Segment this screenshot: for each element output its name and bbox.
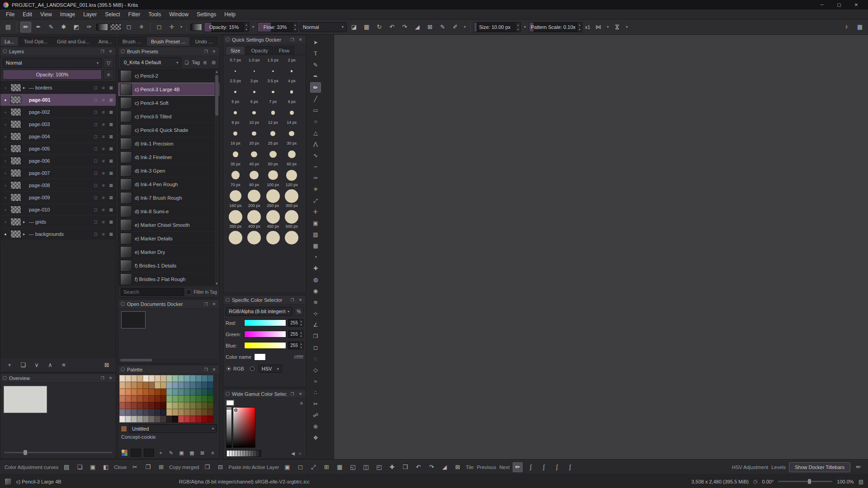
line-tool[interactable]: ╱ (310, 94, 321, 104)
palette-swatch[interactable] (184, 402, 190, 409)
layer-lock-icon[interactable]: ◻ (93, 134, 99, 139)
visibility-toggle[interactable]: ● (2, 159, 9, 163)
palette-swatch[interactable] (137, 389, 143, 395)
ellipse-tool[interactable]: ○ (310, 116, 321, 127)
copy-merged-label[interactable]: Copy merged (169, 465, 199, 470)
split-layer-icon[interactable]: ◫ (361, 462, 371, 472)
layer-lock-icon[interactable]: ◻ (93, 110, 99, 114)
layer-style-icon[interactable]: ▦ (108, 171, 114, 175)
brush-preset-row[interactable]: c) Pencil-4 Soft (118, 96, 219, 110)
palette-swatch[interactable] (149, 389, 155, 395)
stepper-icon[interactable]: ▴▾ (299, 342, 303, 349)
float-docker-icon[interactable]: ❐ (289, 392, 295, 396)
visibility-toggle[interactable]: ● (2, 110, 9, 114)
palette-swatch[interactable] (149, 382, 155, 389)
palette-swatch[interactable] (131, 375, 137, 382)
crosshair-icon[interactable]: ✛ (166, 22, 177, 33)
stylus-settings-icon[interactable]: ✐ (450, 22, 461, 33)
layer-alpha-icon[interactable]: α (100, 159, 106, 163)
save-image-icon[interactable]: ▣ (88, 462, 98, 472)
float-docker-icon[interactable]: ❐ (289, 298, 295, 302)
hsv-adjustment-label[interactable]: HSV Adjustment (732, 465, 768, 470)
brush-size-option[interactable]: 35 px (226, 162, 245, 183)
palette-swatch[interactable] (178, 382, 184, 389)
brush-size-option[interactable]: 20 px (245, 141, 264, 162)
edit-color-button[interactable]: ✎ (167, 449, 175, 457)
reload-preset-icon[interactable]: ↻ (374, 22, 385, 33)
palette-swatch[interactable] (119, 389, 125, 395)
marker-icon[interactable]: ✑ (84, 22, 94, 33)
delete-selection-icon[interactable]: ⊠ (425, 22, 435, 33)
layer-lock-icon[interactable]: ◻ (93, 232, 99, 236)
palette-swatch[interactable] (196, 402, 202, 409)
smoothing-none-icon[interactable]: ∫ (526, 462, 536, 472)
palette-swatch[interactable] (143, 409, 149, 416)
palette-swatch[interactable] (208, 375, 213, 382)
palette-swatch[interactable] (119, 416, 125, 422)
brush-preset-row[interactable]: c) Pencil-3 Large 4B (118, 83, 219, 96)
brush-preset-row[interactable]: c) Pencil-2 (118, 69, 219, 83)
palette-swatch[interactable] (155, 395, 160, 402)
palette-combo-2[interactable] (144, 449, 154, 457)
freehand-brush-tool[interactable]: ✏ (310, 82, 321, 93)
grid-view-icon[interactable]: ⊞ (210, 60, 217, 65)
paste-icon[interactable]: ❒ (202, 462, 212, 472)
hsv-radio[interactable] (250, 366, 255, 371)
float-docker-icon[interactable]: ❐ (203, 367, 209, 372)
docker-pin-icon[interactable] (121, 49, 125, 53)
value-strip-handle[interactable] (226, 408, 231, 409)
palette-swatch[interactable] (119, 375, 125, 382)
trim-icon[interactable]: ◱ (348, 462, 358, 472)
red-channel-slider[interactable] (244, 319, 286, 326)
blue-channel-slider[interactable] (244, 342, 286, 349)
quick-settings-tab-flow[interactable]: Flow (274, 46, 294, 55)
brush-editor-icon[interactable]: ✏ (854, 462, 863, 472)
brush-size-option[interactable]: 200 px (245, 203, 264, 224)
palette-swatch[interactable] (178, 395, 184, 402)
layer-row[interactable]: ●page-006◻α▦ (0, 155, 116, 167)
dropdown-caret-icon[interactable]: ▾ (462, 25, 467, 29)
palette-swatch[interactable] (131, 395, 137, 402)
brush-size-option[interactable]: 70 px (226, 183, 245, 203)
mirror-vertical-icon[interactable]: ⋈ (612, 22, 623, 33)
left-docker-tab-4[interactable]: Arra... (94, 37, 116, 46)
layer-style-icon[interactable]: ▦ (108, 146, 114, 151)
cut-icon[interactable]: ✂ (130, 462, 140, 472)
palette-swatch[interactable] (131, 382, 137, 389)
eraser-mode-icon[interactable]: ◪ (349, 22, 359, 33)
text-tool[interactable]: T (310, 48, 321, 59)
brush-size-option[interactable]: 300 px (283, 203, 302, 224)
wide-gamut-menu-icon[interactable]: ≡ (300, 400, 303, 406)
docker-pin-icon[interactable] (226, 392, 230, 396)
pan-tool[interactable]: ✥ (310, 432, 321, 443)
color-sampler-tool[interactable]: ◔ (310, 252, 321, 262)
palette-swatch[interactable] (196, 395, 202, 402)
palette-swatch[interactable] (119, 382, 125, 389)
copy-icon[interactable]: ❐ (143, 462, 153, 472)
menu-view[interactable]: View (36, 10, 56, 19)
canvas-mode-icon[interactable]: ▧ (859, 479, 863, 485)
expand-arrow-icon[interactable]: ▸ (23, 220, 27, 224)
rectangular-selection-tool[interactable]: ◻ (310, 342, 321, 352)
polygon-tool[interactable]: △ (310, 127, 321, 138)
brush-preset-row[interactable]: e) Marker Chisel Smooth (118, 218, 219, 232)
palette-swatch[interactable] (202, 409, 208, 416)
palette-swatch[interactable] (131, 402, 137, 409)
brush-size-option[interactable]: 8 px (283, 99, 302, 120)
visibility-toggle[interactable]: ● (2, 147, 9, 151)
palette-swatch[interactable] (178, 416, 184, 422)
calligraphy-tool[interactable]: ✒ (310, 71, 321, 81)
filter-in-tag-checkbox[interactable] (186, 290, 191, 295)
layer-alpha-icon[interactable]: α (100, 98, 106, 102)
duplicate-icon[interactable]: ❒ (400, 462, 410, 472)
canvas[interactable] (334, 35, 868, 459)
menu-window[interactable]: Window (165, 10, 193, 19)
layer-lock-icon[interactable]: ◻ (93, 171, 99, 175)
palette-swatch[interactable] (160, 416, 166, 422)
fill-tool[interactable]: ◍ (310, 274, 321, 285)
palette-swatch[interactable] (178, 409, 184, 416)
scrollbar-thumb[interactable] (215, 75, 218, 116)
menu-select[interactable]: Select (101, 10, 124, 19)
brush-preset-row[interactable]: d) Ink-8 Sumi-e (118, 205, 219, 218)
dropdown-caret-icon[interactable]: ▾ (523, 25, 527, 29)
